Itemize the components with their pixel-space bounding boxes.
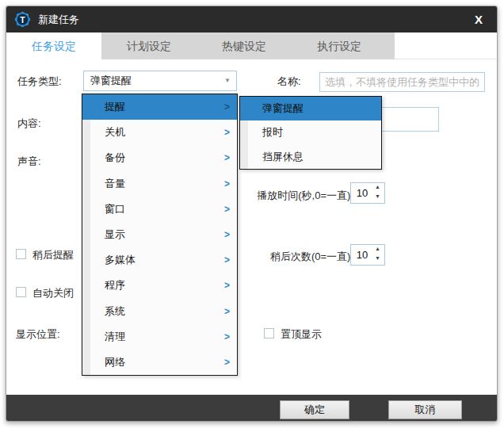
menu-item-shutdown[interactable]: 关机 > [82,120,237,145]
name-label: 名称: [277,75,301,89]
later-remind-label: 稍后提醒 [32,248,74,262]
menu-item-label: 窗口 [105,202,125,216]
tab-hotkey-settings[interactable]: 热键设定 [197,32,292,59]
tab-task-settings[interactable]: 任务设定 [6,32,101,59]
remind-submenu: 弹窗提醒 报时 挡屏休息 [239,96,382,170]
task-type-value: 弹窗提醒 [90,71,132,90]
menu-item-remind[interactable]: 提醒 > [82,94,237,120]
content-label: 内容: [17,117,41,131]
menu-item-label: 音量 [105,177,125,191]
submenu-item-screen-rest[interactable]: 挡屏休息 [240,145,381,169]
chevron-right-icon: > [224,101,230,113]
tab-strip-filler [387,32,395,59]
play-time-label: 播放时间(秒,0=一直): [236,189,353,203]
auto-close-checkbox[interactable] [16,287,26,297]
spin-up-icon[interactable]: ▲ [372,184,383,193]
chevron-right-icon: > [224,306,230,317]
close-icon[interactable]: X [468,6,489,32]
chevron-right-icon: > [224,229,230,240]
later-count-spin-buttons: ▲ ▼ [372,245,383,265]
menu-item-label: 多媒体 [105,253,136,267]
submenu-item-label: 弹窗提醒 [262,101,304,116]
menu-item-backup[interactable]: 备份 > [82,145,237,170]
cancel-button[interactable]: 取消 [388,400,462,419]
menu-item-volume[interactable]: 音量 > [82,171,237,197]
menu-item-multimedia[interactable]: 多媒体 > [82,247,237,273]
submenu-item-label: 挡屏休息 [262,150,304,164]
chevron-right-icon: > [224,127,230,138]
window-title: 新建任务 [38,6,79,32]
menu-item-window[interactable]: 窗口 > [82,197,237,222]
task-settings-panel: 任务类型: 弹窗提醒 ▼ 名称: 内容: 声音: 播放时间(秒,0=一直): ▲… [6,59,497,395]
submenu-item-label: 报时 [262,125,283,140]
menu-item-label: 系统 [105,304,125,319]
titlebar: T 新建任务 X [6,6,497,32]
later-count-spinner: ▲ ▼ [350,244,385,266]
menu-item-label: 显示 [105,227,125,242]
menu-item-program[interactable]: 程序 > [82,273,237,298]
dropdown-arrow-icon: ▼ [224,71,231,90]
play-time-input[interactable] [351,183,373,203]
svg-text:T: T [20,15,25,25]
menu-item-label: 网络 [105,355,125,369]
chevron-right-icon: > [224,152,230,163]
submenu-item-popup-remind[interactable]: 弹窗提醒 [240,97,381,120]
menu-item-display[interactable]: 显示 > [82,222,237,247]
menu-item-network[interactable]: 网络 > [82,350,237,375]
name-input[interactable] [319,72,485,92]
chevron-right-icon: > [224,357,230,368]
task-type-label: 任务类型: [17,75,62,89]
chevron-right-icon: > [224,280,230,291]
spin-down-icon[interactable]: ▼ [372,255,383,265]
topmost-label: 置顶显示 [281,327,322,342]
spin-up-icon[interactable]: ▲ [372,246,383,255]
submenu-item-time-announce[interactable]: 报时 [240,120,381,144]
sound-label: 声音: [17,155,41,169]
new-task-dialog: T 新建任务 X 任务设定 计划设定 热键设定 执行设定 任务类型: 弹窗提醒 … [6,6,498,422]
app-logo-icon: T [13,10,32,29]
chevron-right-icon: > [224,178,230,189]
tab-plan-settings[interactable]: 计划设定 [101,32,197,59]
menu-item-label: 关机 [105,125,125,140]
tab-run-settings[interactable]: 执行设定 [292,32,387,59]
ok-button[interactable]: 确定 [280,400,349,419]
auto-close-label: 自动关闭 [32,286,74,300]
tab-strip: 任务设定 计划设定 热键设定 执行设定 [6,32,497,59]
chevron-right-icon: > [224,254,230,266]
menu-item-system[interactable]: 系统 > [82,299,237,324]
topmost-checkbox[interactable] [264,328,274,338]
play-time-spinner: ▲ ▼ [350,182,385,204]
chevron-right-icon: > [224,331,230,342]
later-remind-checkbox[interactable] [16,249,26,259]
menu-item-label: 程序 [105,278,125,292]
later-count-label: 稍后次数(0=一直): [236,250,353,264]
menu-item-cleanup[interactable]: 清理 > [82,324,237,350]
play-time-spin-buttons: ▲ ▼ [372,183,383,203]
menu-item-label: 备份 [105,151,125,165]
menu-item-label: 清理 [105,330,125,344]
spin-down-icon[interactable]: ▼ [372,193,383,203]
chevron-right-icon: > [224,204,230,215]
footer-bar: 确定 取消 [6,395,497,422]
task-type-menu: 提醒 > 关机 > 备份 > 音量 > 窗口 > 显示 > [82,94,238,376]
position-label: 显示位置: [16,327,60,342]
task-type-select[interactable]: 弹窗提醒 ▼ [83,71,237,91]
later-count-input[interactable] [351,245,373,265]
menu-item-label: 提醒 [105,100,125,114]
